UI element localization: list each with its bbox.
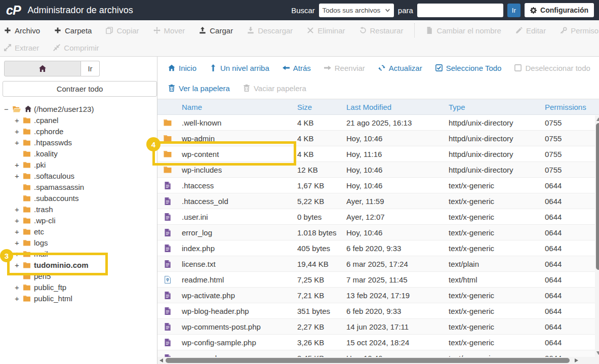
toolbar-item-carpeta[interactable]: Carpeta xyxy=(47,26,99,35)
toolbar-item-label: Archivo xyxy=(15,26,40,35)
chevron-down-icon xyxy=(385,8,390,13)
tree-item-logs[interactable]: +logs xyxy=(0,237,157,248)
table-row[interactable]: .user.ini0 bytesAyer, 12:07text/x-generi… xyxy=(157,209,599,225)
tree-item-etc[interactable]: +etc xyxy=(0,226,157,237)
tree-expander[interactable]: + xyxy=(15,116,23,125)
toolbar-item-comprimir[interactable]: Comprimir xyxy=(46,44,106,52)
file-name: .user.ini xyxy=(178,213,293,221)
tree-item-trash[interactable]: +.trash xyxy=(0,204,157,215)
file-type: httpd/unix-directory xyxy=(445,118,541,127)
search-scope-select[interactable]: Todos sus archivos xyxy=(319,4,394,17)
tree-item-tudominio-com[interactable]: +tudominio.com xyxy=(0,259,157,270)
nav-item-seleccione-todo[interactable]: Seleccione Todo xyxy=(429,64,508,72)
scroll-right-arrow[interactable] xyxy=(575,358,578,362)
table-row[interactable]: wp-includes12 KBHoy, 10:46httpd/unix-dir… xyxy=(157,162,599,178)
nav-item-deseleccionar-todo[interactable]: Deseleccionar todo xyxy=(508,64,596,72)
toolbar-item-cargar[interactable]: Cargar xyxy=(192,26,240,35)
column-header-type[interactable]: Type xyxy=(445,103,541,111)
tree-expander[interactable]: + xyxy=(15,283,23,292)
toolbar-item-restaurar[interactable]: Restaurar xyxy=(352,26,411,35)
toolbar-item-extraer[interactable]: Extraer xyxy=(4,44,46,52)
table-row[interactable]: wp-blog-header.php351 bytes6 feb 2020, 9… xyxy=(157,303,599,319)
column-header-size[interactable]: Size xyxy=(293,103,342,111)
settings-button[interactable]: Configuración xyxy=(525,3,594,17)
tree-item-softaculous[interactable]: +.softaculous xyxy=(0,170,157,181)
column-header-name[interactable]: Name xyxy=(178,103,293,111)
tree-item-htpasswds[interactable]: +.htpasswds xyxy=(0,137,157,148)
tree-item-mail[interactable]: +mail xyxy=(0,248,157,259)
toolbar-item-cambiar-el-nombre[interactable]: Cambiar el nombre xyxy=(419,26,508,35)
toolbar-item-eliminar[interactable]: Eliminar xyxy=(300,26,352,35)
tree-item-koality[interactable]: .koality xyxy=(0,148,157,159)
sidebar-go-button[interactable]: Ir xyxy=(81,61,100,76)
vertical-scrollbar[interactable] xyxy=(595,115,599,357)
toolbar-item-copiar[interactable]: Copiar xyxy=(99,26,146,35)
file-type: text/plain xyxy=(445,260,541,268)
tree-item-wp-cli[interactable]: +.wp-cli xyxy=(0,215,157,226)
tree-item-perl5[interactable]: perl5 xyxy=(0,270,157,281)
toolbar-item-editar[interactable]: Editar xyxy=(508,26,553,35)
toolbar-item-permisos[interactable]: Permisos xyxy=(553,26,599,35)
file-type-cell xyxy=(157,323,178,331)
tree-item-cpanel[interactable]: +.cpanel xyxy=(0,114,157,126)
scroll-up-arrow[interactable] xyxy=(596,117,599,121)
folder-icon xyxy=(163,166,172,173)
table-row[interactable]: .htaccess_old5,22 KBAyer, 11:59text/x-ge… xyxy=(157,193,599,209)
nav-item-atr-s[interactable]: Atrás xyxy=(276,64,317,72)
table-row[interactable]: .htaccess1,67 KBHoy, 10:46text/x-generic… xyxy=(157,178,599,193)
folder-icon xyxy=(23,228,31,235)
table-row[interactable]: index.php405 bytes6 feb 2020, 9:33text/x… xyxy=(157,240,599,256)
tree-expander[interactable]: + xyxy=(15,172,23,180)
toolbar-item-mover[interactable]: Mover xyxy=(146,26,192,35)
tree-expander[interactable]: + xyxy=(15,261,23,269)
tree-expander[interactable]: + xyxy=(15,216,23,225)
tree-expander[interactable]: + xyxy=(15,238,23,247)
scroll-left-arrow[interactable] xyxy=(159,358,163,362)
table-row[interactable]: wp-admin4 KBHoy, 10:46httpd/unix-directo… xyxy=(157,131,599,146)
table-row[interactable]: wp-config-sample.php3,26 KB15 oct 2024, … xyxy=(157,335,599,350)
nav-item-un-nivel-arriba[interactable]: Un nivel arriba xyxy=(203,64,276,72)
column-header-last-modified[interactable]: Last Modified xyxy=(342,103,445,111)
horizontal-scrollbar-thumb[interactable] xyxy=(166,358,570,363)
collapse-all-button[interactable]: Contraer todo xyxy=(3,81,157,97)
vertical-scrollbar-thumb[interactable] xyxy=(596,123,599,270)
tree-expander[interactable]: + xyxy=(15,160,23,169)
tree-expander[interactable]: + xyxy=(15,127,23,136)
table-row[interactable]: .well-known4 KB21 ago 2025, 16:13httpd/u… xyxy=(157,115,599,131)
table-row[interactable]: wp-activate.php7,21 KB13 feb 2024, 17:19… xyxy=(157,288,599,303)
tree-expander[interactable]: + xyxy=(15,250,23,258)
tree-expander[interactable]: + xyxy=(15,205,23,214)
tree-item-pki[interactable]: +.pki xyxy=(0,159,157,170)
column-header-permissions[interactable]: Permissions xyxy=(541,103,599,111)
home-path-button[interactable] xyxy=(4,61,81,76)
search-input[interactable] xyxy=(417,4,503,17)
tree-expander[interactable]: + xyxy=(15,138,23,147)
horizontal-scrollbar[interactable] xyxy=(157,357,599,364)
toolbar-item-archivo[interactable]: Archivo xyxy=(4,26,47,35)
nav-item-reenviar[interactable]: Reenviar xyxy=(317,64,372,72)
table-row[interactable]: wp-cron.php3,45 KBHoy, 10:46text/x-gener… xyxy=(157,350,599,357)
table-row[interactable]: wp-comments-post.php2,27 KB14 jun 2023, … xyxy=(157,319,599,335)
nav-item-actualizar[interactable]: Actualizar xyxy=(372,64,429,72)
table-row[interactable]: readme.html7,25 KB7 mar 2025, 11:45text/… xyxy=(157,272,599,288)
scroll-down-arrow[interactable] xyxy=(596,351,599,355)
tree-item-spamassassin[interactable]: .spamassassin xyxy=(0,181,157,192)
file-permissions: 0755 xyxy=(541,150,599,158)
tree-item-public-html[interactable]: +public_html xyxy=(0,293,157,304)
folder-icon xyxy=(23,139,31,146)
table-row[interactable]: error_log1.018 bytesHoy, 10:46text/x-gen… xyxy=(157,225,599,240)
nav-item-inicio[interactable]: Inicio xyxy=(162,64,203,72)
tree-expander[interactable]: − xyxy=(4,105,12,113)
tree-item-home2-user123[interactable]: −(/home2/user123) xyxy=(0,103,157,114)
search-go-button[interactable]: Ir xyxy=(507,4,521,17)
table-row[interactable]: wp-content4 KBHoy, 11:16httpd/unix-direc… xyxy=(157,146,599,162)
tree-expander[interactable]: + xyxy=(15,227,23,236)
tree-item-public-ftp[interactable]: +public_ftp xyxy=(0,281,157,293)
nav-item-ver-la-papelera[interactable]: Ver la papelera xyxy=(162,84,236,93)
toolbar-item-descargar[interactable]: Descargar xyxy=(240,26,300,35)
table-row[interactable]: license.txt19,44 KB6 mar 2025, 17:24text… xyxy=(157,256,599,272)
tree-item-cphorde[interactable]: +.cphorde xyxy=(0,126,157,137)
nav-item-vaciar-papelera[interactable]: Vaciar papelera xyxy=(236,84,313,93)
tree-item-subaccounts[interactable]: .subaccounts xyxy=(0,192,157,204)
tree-expander[interactable]: + xyxy=(15,294,23,303)
